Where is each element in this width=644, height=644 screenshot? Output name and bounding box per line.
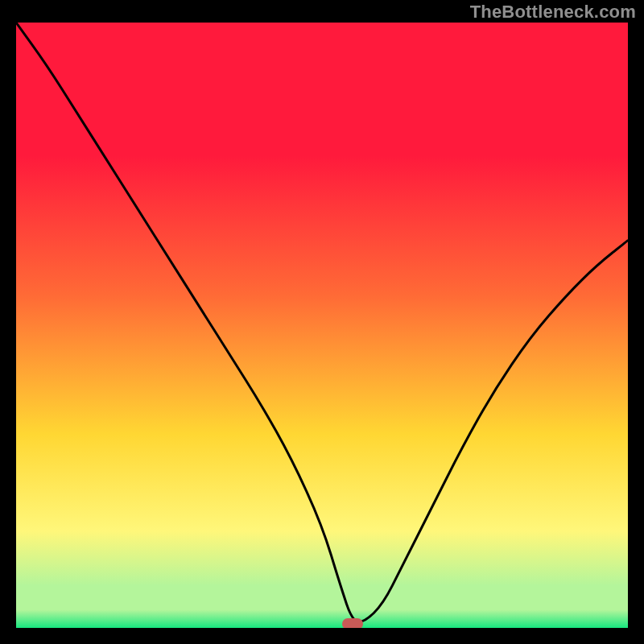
gradient-background — [16, 23, 628, 628]
watermark-text: TheBottleneck.com — [470, 2, 636, 23]
chart-svg — [16, 23, 628, 628]
bottleneck-chart — [16, 23, 628, 628]
chart-frame: TheBottleneck.com — [0, 0, 644, 644]
optimal-marker — [342, 618, 363, 628]
